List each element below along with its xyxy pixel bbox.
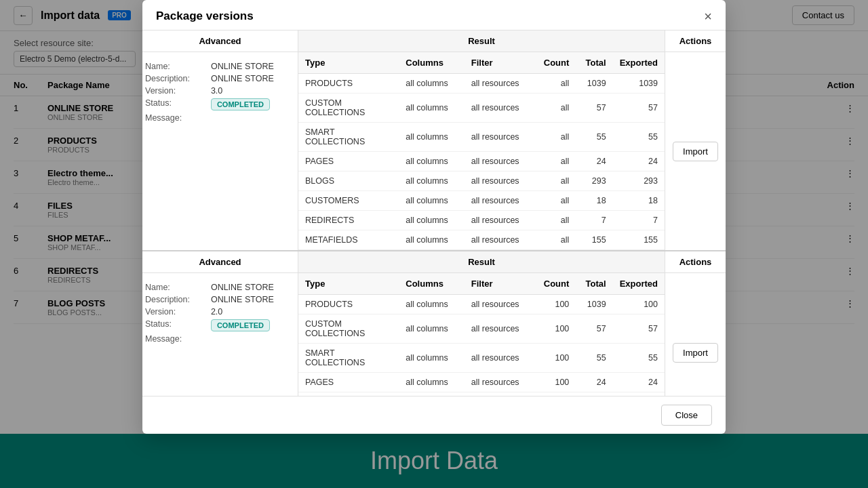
- filter-cell: all resources: [465, 123, 536, 152]
- columns-cell: all columns: [399, 74, 464, 94]
- exported-cell: 57: [613, 314, 665, 344]
- table-row: PAGESall columnsall resources1002424: [298, 373, 665, 392]
- filter-cell: all resources: [465, 94, 536, 123]
- result-header-2: Result: [298, 251, 665, 273]
- import-button-2[interactable]: Import: [673, 343, 718, 363]
- total-cell: 18: [576, 191, 612, 211]
- th-exported-2: Exported: [613, 273, 665, 295]
- ver-label-2: Version:: [142, 306, 208, 318]
- th-count-1: Count: [536, 52, 576, 74]
- total-cell: 1039: [576, 295, 612, 314]
- advanced-header-1: Advanced: [142, 30, 298, 52]
- table-row: SMART COLLECTIONSall columnsall resource…: [298, 123, 665, 152]
- modal-section-1: Advanced Name:ONLINE STORE Description:O…: [142, 30, 726, 251]
- exported-cell: 293: [613, 171, 665, 191]
- filter-cell: all resources: [465, 314, 536, 344]
- columns-cell: all columns: [399, 344, 464, 373]
- exported-cell: 24: [613, 152, 665, 171]
- columns-cell: all columns: [399, 211, 464, 230]
- total-cell: 24: [576, 152, 612, 171]
- filter-cell: all resources: [465, 230, 536, 250]
- import-button-1[interactable]: Import: [673, 142, 718, 161]
- th-total-2: Total: [576, 273, 612, 295]
- columns-cell: all columns: [399, 171, 464, 191]
- filter-cell: all resources: [465, 344, 536, 373]
- desc-label-1: Description:: [142, 73, 208, 85]
- advanced-col-2: Advanced Name:ONLINE STORE Description:O…: [142, 251, 298, 396]
- type-cell: SMART COLLECTIONS: [298, 123, 399, 152]
- ver-value-2: 2.0: [208, 306, 298, 318]
- count-cell: all: [536, 94, 576, 123]
- close-button[interactable]: Close: [661, 405, 712, 426]
- filter-cell: all resources: [465, 171, 536, 191]
- msg-label-2: Message:: [142, 333, 208, 345]
- status-label-1: Status:: [142, 97, 208, 112]
- count-cell: 100: [536, 373, 576, 392]
- status-label-2: Status:: [142, 318, 208, 333]
- total-cell: 155: [576, 230, 612, 250]
- total-cell: 293: [576, 171, 612, 191]
- th-count-2: Count: [536, 273, 576, 295]
- type-cell: METAFIELDS: [298, 230, 399, 250]
- modal-section-2: Advanced Name:ONLINE STORE Description:O…: [142, 251, 726, 396]
- type-cell: PRODUCTS: [298, 74, 399, 94]
- th-exported-1: Exported: [613, 52, 665, 74]
- type-cell: CUSTOM COLLECTIONS: [298, 94, 399, 123]
- actions-header-2: Actions: [665, 251, 726, 273]
- type-cell: REDIRECTS: [298, 211, 399, 230]
- actions-body-1: Import: [665, 52, 726, 250]
- table-row: SMART COLLECTIONSall columnsall resource…: [298, 344, 665, 373]
- result-header-1: Result: [298, 30, 665, 52]
- msg-value-2: [208, 333, 298, 345]
- exported-cell: 18: [613, 191, 665, 211]
- columns-cell: all columns: [399, 123, 464, 152]
- count-cell: all: [536, 230, 576, 250]
- filter-cell: all resources: [465, 295, 536, 314]
- type-cell: CUSTOMERS: [298, 191, 399, 211]
- desc-value-2: ONLINE STORE: [208, 293, 298, 306]
- count-cell: all: [536, 171, 576, 191]
- columns-cell: all columns: [399, 94, 464, 123]
- result-table-1: Type Columns Filter Count Total Exported…: [298, 52, 665, 250]
- exported-cell: 7: [613, 211, 665, 230]
- result-col-2: Result Type Columns Filter Count Total E…: [298, 251, 665, 396]
- advanced-header-2: Advanced: [142, 251, 298, 273]
- actions-col-2: Actions Import: [665, 251, 726, 396]
- count-cell: 100: [536, 295, 576, 314]
- filter-cell: all resources: [465, 152, 536, 171]
- modal-body: Advanced Name:ONLINE STORE Description:O…: [142, 30, 726, 396]
- actions-col-1: Actions Import: [665, 30, 726, 250]
- exported-cell: 57: [613, 94, 665, 123]
- actions-header-1: Actions: [665, 30, 726, 52]
- columns-cell: all columns: [399, 230, 464, 250]
- modal-title: Package versions: [156, 9, 254, 23]
- count-cell: all: [536, 211, 576, 230]
- table-row: PRODUCTSall columnsall resourcesall10391…: [298, 74, 665, 94]
- th-filter-1: Filter: [465, 52, 536, 74]
- filter-cell: all resources: [465, 191, 536, 211]
- advanced-col-1: Advanced Name:ONLINE STORE Description:O…: [142, 30, 298, 250]
- total-cell: 57: [576, 94, 612, 123]
- count-cell: all: [536, 191, 576, 211]
- advanced-info-1: Name:ONLINE STORE Description:ONLINE STO…: [142, 52, 298, 132]
- count-cell: 100: [536, 314, 576, 344]
- th-columns-2: Columns: [399, 273, 464, 295]
- exported-cell: 55: [613, 123, 665, 152]
- modal-close-button[interactable]: ×: [704, 9, 712, 23]
- table-row: CUSTOM COLLECTIONSall columnsall resourc…: [298, 314, 665, 344]
- exported-cell: 100: [613, 295, 665, 314]
- msg-label-1: Message:: [142, 112, 208, 124]
- table-row: PRODUCTSall columnsall resources10010391…: [298, 295, 665, 314]
- total-cell: 24: [576, 373, 612, 392]
- columns-cell: all columns: [399, 295, 464, 314]
- package-versions-modal: Package versions × Advanced Name:ONLINE …: [142, 0, 726, 434]
- exported-cell: 155: [613, 230, 665, 250]
- exported-cell: 55: [613, 344, 665, 373]
- modal-footer: Close: [142, 396, 726, 434]
- type-cell: CUSTOM COLLECTIONS: [298, 314, 399, 344]
- th-total-1: Total: [576, 52, 612, 74]
- advanced-info-2: Name:ONLINE STORE Description:ONLINE STO…: [142, 273, 298, 353]
- columns-cell: all columns: [399, 191, 464, 211]
- table-row: METAFIELDSall columnsall resourcesall155…: [298, 230, 665, 250]
- th-filter-2: Filter: [465, 273, 536, 295]
